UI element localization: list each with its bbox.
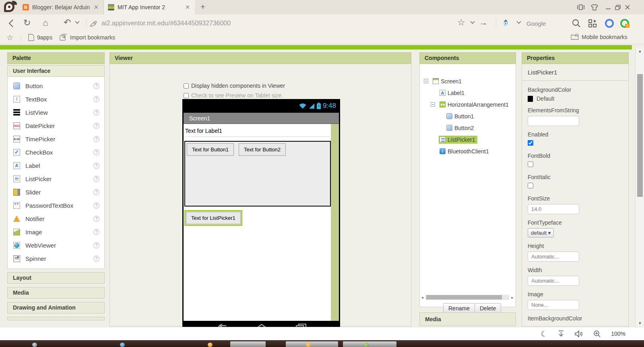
speaker-icon[interactable] bbox=[575, 330, 583, 337]
tree-item-content[interactable]: Button2 bbox=[446, 124, 476, 132]
label1-component[interactable]: Text for Label1 bbox=[184, 126, 329, 137]
favorite-star-icon[interactable]: ☆ bbox=[457, 18, 465, 27]
uc-speed-icon[interactable] bbox=[605, 19, 614, 28]
button1-component[interactable]: Text for Button1 bbox=[187, 143, 234, 156]
property-checkbox[interactable] bbox=[528, 183, 533, 188]
button2-component[interactable]: Text for Button2 bbox=[239, 143, 286, 156]
tab-app-inventor[interactable]: MIT App Inventor 2 ✕ bbox=[104, 0, 195, 14]
help-icon[interactable]: ? bbox=[93, 109, 99, 116]
search-engine-icon[interactable]: g bbox=[504, 19, 508, 27]
zoom-icon[interactable] bbox=[593, 330, 601, 337]
collapse-expander-icon[interactable]: − bbox=[424, 79, 428, 83]
download-manager-icon[interactable]: 1 bbox=[620, 19, 629, 28]
collapse-expander-icon[interactable]: − bbox=[431, 102, 435, 107]
taskbar-app-button[interactable] bbox=[230, 341, 266, 347]
tab-close-icon[interactable]: ✕ bbox=[184, 4, 191, 11]
display-hidden-components-option[interactable]: Display hidden components in Viewer bbox=[184, 83, 285, 89]
bookmark-9apps[interactable]: 9apps bbox=[28, 34, 52, 41]
property-input[interactable] bbox=[528, 116, 579, 126]
palette-section-drawing-and-animation[interactable]: Drawing and Animation bbox=[7, 302, 105, 314]
mobile-bookmarks[interactable]: Mobile bookmarks bbox=[571, 34, 627, 40]
tree-item-content[interactable]: Screen1 bbox=[432, 77, 464, 85]
page-vertical-scrollbar[interactable]: ▲ ▼ bbox=[635, 48, 644, 327]
palette-section-media[interactable]: Media bbox=[7, 287, 105, 299]
tab-close-icon[interactable]: ✕ bbox=[93, 4, 99, 11]
listpicker-component[interactable]: Text for ListPicker1 bbox=[186, 212, 241, 224]
home-button[interactable]: ⌂ bbox=[43, 19, 48, 27]
help-icon[interactable]: ? bbox=[93, 136, 99, 142]
palette-item-slider[interactable]: Slider? bbox=[8, 186, 104, 199]
palette-item-label[interactable]: ALabel? bbox=[8, 159, 104, 172]
download-icon[interactable] bbox=[558, 330, 564, 337]
palette-item-listview[interactable]: ListView? bbox=[8, 106, 104, 119]
help-icon[interactable]: ? bbox=[93, 163, 99, 169]
property-input[interactable] bbox=[528, 204, 579, 214]
address-bar[interactable]: ai2.appinventor.mit.edu/#634445093273600… bbox=[89, 18, 231, 29]
tree-item-content[interactable]: ᛒBluetoothClient1 bbox=[439, 147, 491, 155]
undo-button[interactable]: ↶ bbox=[64, 18, 71, 27]
url-text[interactable]: ai2.appinventor.mit.edu/#634445093273600… bbox=[101, 20, 231, 27]
property-checkbox[interactable] bbox=[528, 161, 533, 167]
palette-item-textbox[interactable]: ITextBox? bbox=[8, 93, 104, 106]
restore-button[interactable] bbox=[613, 3, 622, 11]
help-icon[interactable]: ? bbox=[93, 176, 99, 182]
components-horizontal-scrollbar[interactable]: ◂ ▸ bbox=[421, 294, 513, 300]
tree-item-content[interactable]: Button1 bbox=[446, 112, 476, 120]
tree-item-content[interactable]: HorizontalArrangement1 bbox=[439, 101, 511, 109]
palette-item-webviewer[interactable]: WebViewer? bbox=[8, 239, 104, 252]
palette-item-notifier[interactable]: Notifier? bbox=[8, 212, 104, 225]
palette-item-image[interactable]: Image? bbox=[8, 225, 104, 239]
taskbar-app-button[interactable] bbox=[286, 341, 338, 347]
scrollbar-thumb[interactable] bbox=[637, 74, 643, 197]
tree-item-listpicker1[interactable]: ListPicker1 bbox=[439, 134, 477, 145]
theme-icon[interactable] bbox=[590, 3, 599, 11]
new-tab-button[interactable]: + bbox=[197, 2, 208, 13]
help-icon[interactable]: ? bbox=[93, 123, 99, 129]
search-engine-label[interactable]: Google bbox=[526, 20, 546, 27]
palette-item-listpicker[interactable]: ListPicker? bbox=[8, 172, 104, 186]
tab-blogger[interactable]: B Blogger: Belajar Arduino - ✕ bbox=[19, 0, 104, 14]
help-icon[interactable]: ? bbox=[93, 202, 99, 209]
taskbar-icon[interactable] bbox=[208, 343, 213, 347]
help-icon[interactable]: ? bbox=[93, 189, 99, 195]
palette-section-user-interface[interactable]: User Interface bbox=[7, 65, 105, 77]
scroll-down-arrow-icon[interactable]: ▼ bbox=[636, 320, 644, 327]
property-dropdown[interactable]: default ▾ bbox=[528, 228, 554, 238]
palette-item-button[interactable]: Button? bbox=[8, 79, 104, 93]
help-icon[interactable]: ? bbox=[93, 149, 99, 155]
listpicker-selection-outline[interactable]: Text for ListPicker1 bbox=[184, 210, 242, 226]
back-button[interactable] bbox=[6, 18, 16, 29]
horizontal-arrangement-component[interactable]: Text for Button1 Text for Button2 bbox=[184, 141, 331, 207]
add-bookmark-star-icon[interactable]: ☆ bbox=[6, 33, 13, 42]
tablet-preview-option[interactable]: Check to see Preview on Tablet size. bbox=[184, 92, 283, 99]
palette-section-layout[interactable]: Layout bbox=[7, 272, 105, 284]
scroll-right-arrow-icon[interactable]: ▸ bbox=[509, 295, 513, 299]
palette-section-partial[interactable] bbox=[7, 317, 105, 320]
night-mode-icon[interactable]: ☾ bbox=[541, 329, 547, 339]
taskbar-icon[interactable] bbox=[32, 343, 37, 347]
tree-item-horizontalarrangement1[interactable]: −HorizontalArrangement1 bbox=[431, 99, 511, 110]
apps-grid-icon[interactable] bbox=[588, 19, 597, 28]
scroll-up-arrow-icon[interactable]: ▲ bbox=[636, 48, 644, 55]
property-input[interactable] bbox=[528, 276, 579, 286]
search-icon[interactable] bbox=[572, 19, 581, 28]
property-checkbox[interactable] bbox=[528, 140, 533, 146]
close-button[interactable] bbox=[623, 3, 632, 11]
palette-item-timepicker[interactable]: 8:10TimePicker? bbox=[8, 132, 104, 146]
tablet-preview-checkbox[interactable] bbox=[184, 93, 189, 98]
tree-item-content[interactable]: ALabel1 bbox=[439, 89, 467, 97]
help-icon[interactable]: ? bbox=[93, 83, 99, 89]
palette-item-checkbox[interactable]: ✓CheckBox? bbox=[8, 146, 104, 159]
help-icon[interactable]: ? bbox=[93, 242, 99, 248]
tree-item-button1[interactable]: Button1 bbox=[446, 110, 476, 122]
tree-selection-highlight[interactable]: ListPicker1 bbox=[439, 136, 477, 144]
tree-item-button2[interactable]: Button2 bbox=[446, 122, 476, 134]
tree-item-label1[interactable]: ALabel1 bbox=[439, 87, 467, 99]
import-bookmarks[interactable]: Import bookmarks bbox=[60, 34, 115, 41]
help-icon[interactable]: ? bbox=[93, 256, 99, 262]
help-icon[interactable]: ? bbox=[93, 96, 99, 102]
search-engine-dropdown-icon[interactable] bbox=[516, 21, 521, 24]
color-picker[interactable]: Default bbox=[528, 95, 623, 102]
property-input[interactable] bbox=[528, 300, 579, 310]
zoom-level[interactable]: 100% bbox=[611, 330, 625, 337]
